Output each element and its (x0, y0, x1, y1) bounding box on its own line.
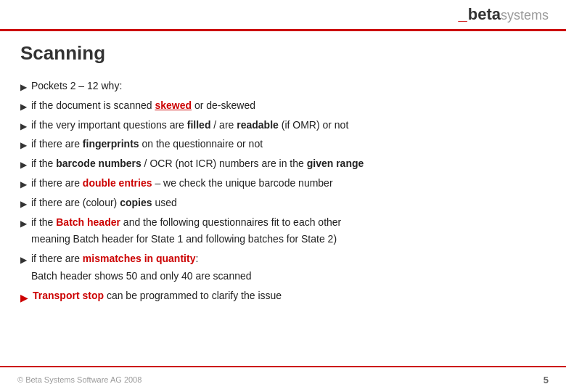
list-item: ▶if there are double entries – we check … (20, 175, 546, 192)
bullet-subtext: meaning Batch header for State 1 and fol… (31, 233, 337, 245)
list-item: ▶Transport stop can be programmed to cla… (20, 287, 546, 307)
bullet-text: if there are (colour) copies used (31, 195, 546, 212)
bullet-list: ▶Pockets 2 – 12 why:▶if the document is … (20, 78, 546, 307)
logo-systems: systems (501, 8, 549, 23)
list-item: ▶if the barcode numbers / OCR (not ICR) … (20, 155, 546, 173)
bullet-text: if there are mismatches in quantity:Batc… (31, 250, 546, 285)
page-title: Scanning (20, 42, 546, 65)
list-item: ▶if there are fingerprints on the questi… (20, 136, 546, 153)
list-item: ▶if there are (colour) copies used (20, 195, 546, 212)
bullet-arrow-icon: ▶ (20, 158, 27, 172)
bullet-arrow-icon: ▶ (20, 197, 27, 211)
list-item: ▶Pockets 2 – 12 why: (20, 78, 546, 95)
bullet-text: if the Batch header and the following qu… (31, 214, 546, 249)
bullet-arrow-icon: ▶ (20, 119, 27, 134)
bullet-text: if there are double entries – we check t… (31, 175, 546, 192)
footer: © Beta Systems Software AG 2008 5 (0, 366, 566, 392)
bullet-text: if the barcode numbers / OCR (not ICR) n… (31, 155, 546, 173)
bullet-text: if there are fingerprints on the questio… (31, 136, 546, 153)
footer-page: 5 (544, 375, 549, 385)
header: _betasystems (0, 0, 566, 29)
bullet-arrow-icon: ▶ (20, 216, 27, 231)
logo-beta: beta (468, 5, 501, 24)
main-content: Scanning ▶Pockets 2 – 12 why:▶if the doc… (20, 33, 546, 363)
logo: _betasystems (458, 5, 549, 24)
list-item: ▶if the very important questions are fil… (20, 117, 546, 134)
bullet-text: if the very important questions are fill… (31, 117, 546, 134)
bullet-text: if the document is scanned skewed or de-… (31, 97, 546, 115)
bullet-arrow-icon: ▶ (20, 138, 27, 152)
bullet-text: Transport stop can be programmed to clar… (33, 287, 546, 305)
logo-underscore: _ (458, 5, 467, 24)
bullet-subtext: Batch header shows 50 and only 40 are sc… (31, 270, 252, 282)
bullet-arrow-icon: ▶ (20, 80, 27, 94)
bullet-arrow-icon: ▶ (20, 177, 27, 192)
bullet-arrow-icon: ▶ (20, 290, 28, 307)
bullet-text: Pockets 2 – 12 why: (31, 78, 546, 95)
bullet-arrow-icon: ▶ (20, 99, 27, 114)
list-item: ▶if the Batch header and the following q… (20, 214, 546, 249)
list-item: ▶if there are mismatches in quantity:Bat… (20, 250, 546, 285)
list-item: ▶if the document is scanned skewed or de… (20, 97, 546, 115)
bullet-arrow-icon: ▶ (20, 253, 27, 267)
footer-copyright: © Beta Systems Software AG 2008 (17, 375, 142, 384)
accent-line (0, 29, 566, 31)
